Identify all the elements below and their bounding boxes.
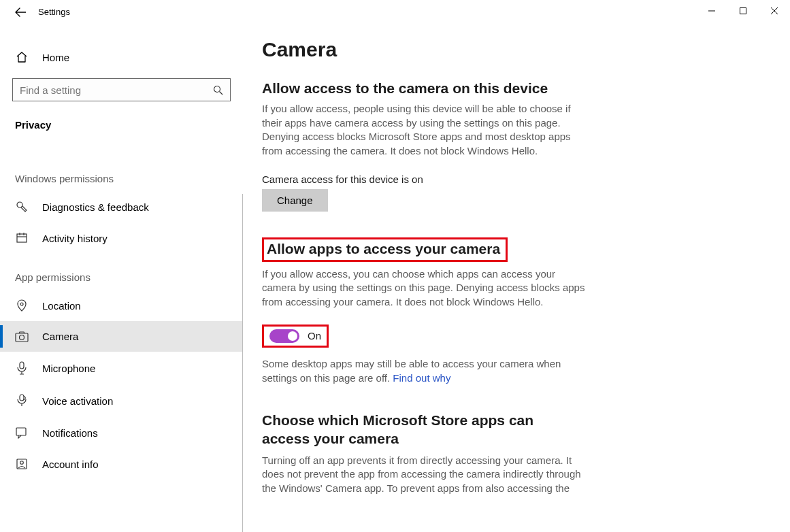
change-button[interactable]: Change [262, 189, 328, 212]
back-icon[interactable] [15, 7, 26, 17]
nav-home[interactable]: Home [0, 43, 243, 71]
nav-label: Diagnostics & feedback [42, 201, 149, 213]
search-input-container[interactable] [12, 78, 231, 101]
page-title: Camera [262, 38, 771, 61]
nav-diagnostics[interactable]: Diagnostics & feedback [0, 191, 243, 222]
location-icon [15, 299, 29, 312]
nav-notifications[interactable]: Notifications [0, 417, 243, 448]
nav-label: Camera [42, 331, 78, 342]
group-app-permissions: App permissions [0, 254, 243, 290]
svg-line-5 [220, 91, 223, 95]
sidebar-divider [242, 194, 243, 532]
section-title: Allow access to the camera on this devic… [262, 80, 616, 97]
highlight-box-toggle: On [262, 325, 329, 348]
svg-rect-14 [20, 362, 24, 369]
svg-point-13 [20, 335, 24, 339]
svg-rect-15 [20, 395, 24, 401]
search-input[interactable] [20, 84, 213, 96]
section-desc: If you allow access, people using this d… [262, 102, 589, 159]
nav-account[interactable]: Account info [0, 448, 243, 480]
section-app-access: Allow apps to access your camera If you … [262, 237, 616, 385]
search-icon [213, 85, 223, 95]
nav-activity[interactable]: Activity history [0, 222, 243, 254]
app-title: Settings [38, 7, 70, 17]
section-desc: Turning off an app prevents it from dire… [262, 454, 589, 496]
sidebar: Settings Home Privacy Windows permission… [0, 0, 243, 532]
main-content: Camera Allow access to the camera on thi… [243, 0, 790, 532]
nav-label: Notifications [42, 427, 98, 439]
nav-location[interactable]: Location [0, 290, 243, 321]
home-label: Home [42, 52, 69, 63]
nav-label: Location [42, 300, 81, 312]
section-title: Allow apps to access your camera [267, 241, 500, 256]
group-windows-permissions: Windows permissions [0, 155, 243, 191]
feedback-icon [15, 201, 29, 213]
svg-rect-1 [740, 8, 746, 14]
nav-camera[interactable]: Camera [0, 321, 243, 352]
svg-point-18 [20, 461, 24, 465]
section-title: Choose which Microsoft Store apps can ac… [262, 411, 575, 448]
section-device-access: Allow access to the camera on this devic… [262, 80, 616, 212]
nav-label: Microphone [42, 363, 95, 374]
nav-microphone[interactable]: Microphone [0, 352, 243, 384]
sidebar-section-privacy: Privacy [0, 114, 243, 142]
highlight-box-title: Allow apps to access your camera [262, 237, 508, 262]
nav-label: Account info [42, 459, 99, 470]
maximize-button[interactable] [727, 0, 759, 22]
svg-point-4 [214, 86, 220, 92]
home-icon [15, 51, 29, 63]
svg-rect-16 [16, 428, 26, 435]
svg-rect-7 [17, 234, 27, 242]
close-button[interactable] [759, 0, 790, 22]
notifications-icon [15, 427, 29, 439]
section-desc: If you allow access, you can choose whic… [262, 267, 589, 310]
nav-voice[interactable]: Voice activation [0, 384, 243, 417]
nav-label: Activity history [42, 233, 108, 244]
microphone-icon [15, 361, 29, 375]
camera-icon [15, 331, 29, 342]
svg-point-11 [20, 303, 23, 305]
svg-point-6 [17, 202, 22, 207]
find-out-why-link[interactable]: Find out why [393, 372, 450, 384]
history-icon [15, 232, 29, 244]
svg-rect-12 [16, 333, 28, 342]
nav-label: Voice activation [42, 395, 113, 407]
camera-access-toggle[interactable] [269, 329, 299, 343]
account-icon [15, 458, 29, 470]
voice-icon [15, 394, 29, 408]
section-store-apps: Choose which Microsoft Store apps can ac… [262, 411, 616, 496]
minimize-button[interactable] [696, 0, 727, 22]
toggle-state-label: On [308, 330, 321, 342]
desktop-apps-note: Some desktop apps may still be able to a… [262, 357, 589, 385]
camera-status: Camera access for this device is on [262, 173, 616, 185]
